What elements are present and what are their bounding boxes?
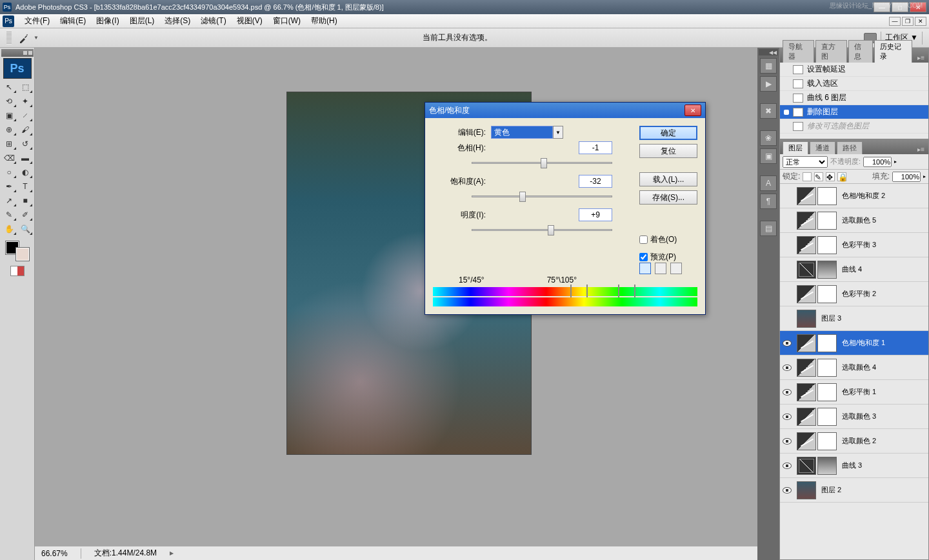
zoom-tool[interactable]: 🔍 [17,222,34,236]
history-item[interactable]: 修改可选颜色图层 [780,119,928,134]
pen-tool[interactable]: ✒ [1,179,17,194]
history-item[interactable]: 载入选区 [780,77,928,91]
tab-直方图[interactable]: 直方图 [815,40,847,63]
brush-tool[interactable]: 🖌 [17,123,34,137]
layer-row[interactable]: 色彩平衡 3 [780,233,928,257]
layer-thumb[interactable] [797,187,816,205]
layer-thumb[interactable] [797,359,816,377]
layer-thumb[interactable] [817,236,837,254]
layer-row[interactable]: 曲线 4 [780,257,928,282]
visibility-toggle[interactable] [780,389,794,395]
history-item[interactable]: 设置帧延迟 [780,63,928,77]
heal-tool[interactable]: ⊕ [1,123,17,137]
colorize-checkbox[interactable]: 着色(O) [639,234,697,245]
lock-transparency-icon[interactable] [803,172,812,181]
layer-thumb[interactable] [817,383,837,401]
tab-通道[interactable]: 通道 [810,141,835,154]
slice-tool[interactable]: ⟋ [17,108,34,123]
quick-mask-toggle[interactable] [10,266,25,276]
layer-thumb[interactable] [817,187,837,205]
eyedropper-set-icon[interactable] [639,263,651,274]
move-tool[interactable]: ↖ [1,80,17,94]
layer-thumb[interactable] [817,212,837,230]
ok-button[interactable]: 确定 [639,126,697,140]
layer-row[interactable]: 色彩平衡 1 [780,380,928,405]
character-icon[interactable]: A [760,175,777,191]
type-tool[interactable]: T [17,179,34,194]
crop-tool[interactable]: ▣ [1,108,17,123]
document-size[interactable]: 文档:1.44M/24.8M [94,548,157,559]
slider-thumb[interactable] [541,158,547,168]
slider-track[interactable] [472,157,612,170]
save-button[interactable]: 存储(S)... [639,190,697,205]
history-brush-tool[interactable]: ↺ [17,137,34,151]
layer-thumb[interactable] [797,334,816,352]
slider-value-input[interactable] [579,141,612,154]
reset-button[interactable]: 复位 [639,144,697,158]
visibility-toggle[interactable] [780,340,794,346]
tab-图层[interactable]: 图层 [783,141,808,154]
opacity-input[interactable] [863,157,892,167]
visibility-toggle[interactable] [780,463,794,469]
layer-thumb[interactable] [817,432,837,450]
hand-tool[interactable]: ✋ [1,222,17,236]
menu-图像(I)[interactable]: 图像(I) [91,14,124,28]
background-color[interactable] [16,248,29,261]
layer-row[interactable]: 图层 3 [780,306,928,331]
layer-row[interactable]: 色相/饱和度 1 [780,331,928,355]
layer-thumb[interactable] [817,408,837,426]
paragraph-icon[interactable]: ¶ [760,194,777,209]
layer-row[interactable]: 选取颜色 2 [780,429,928,454]
lock-image-icon[interactable]: ✎ [814,172,823,181]
menu-滤镜(T)[interactable]: 滤镜(T) [195,14,231,28]
edit-combo-button[interactable]: ▼ [553,126,563,139]
layer-thumb[interactable] [817,261,837,279]
color-swatches[interactable] [5,240,30,262]
history-item[interactable]: 删除图层 [780,105,928,119]
layer-row[interactable]: 选取颜色 4 [780,355,928,380]
tab-路径[interactable]: 路径 [837,141,863,154]
layer-thumb[interactable] [797,285,816,303]
layer-thumb[interactable] [817,285,837,303]
menu-视图(V)[interactable]: 视图(V) [232,14,268,28]
history-item[interactable]: 曲线 6 图层 [780,91,928,105]
slider-value-input[interactable] [579,175,612,188]
layer-thumb[interactable] [797,310,816,328]
shape-tool[interactable]: ■ [17,194,34,208]
layer-thumb[interactable] [797,408,816,426]
notes-tool[interactable]: ✎ [1,208,17,222]
visibility-toggle[interactable] [780,414,794,420]
layer-thumb[interactable] [797,457,816,475]
hue-strip-top[interactable] [433,287,697,296]
blur-tool[interactable]: ○ [1,165,17,179]
marquee-tool[interactable]: ⬚ [17,80,34,94]
panel-menu-button[interactable]: ▸≡ [914,145,928,154]
tab-历史记录[interactable]: 历史记录 [874,40,912,63]
doc-restore-button[interactable]: ❐ [902,17,914,26]
layer-row[interactable]: 曲线 3 [780,454,928,478]
dialog-close-button[interactable]: ✕ [684,105,701,116]
slider-track[interactable] [472,190,612,203]
doc-close-button[interactable]: ✕ [915,17,926,26]
layer-row[interactable]: 图层 2 [780,478,928,503]
menu-选择(S)[interactable]: 选择(S) [159,14,195,28]
layer-thumb[interactable] [797,212,816,230]
layer-row[interactable]: 选取颜色 5 [780,208,928,233]
eyedropper-add-icon[interactable] [655,263,666,274]
layer-row[interactable]: 选取颜色 3 [780,405,928,429]
lock-position-icon[interactable]: ✥ [826,172,835,181]
gradient-tool[interactable]: ▬ [17,151,34,165]
layer-thumb[interactable] [797,481,816,499]
options-grip[interactable] [6,32,12,45]
slider-thumb[interactable] [548,225,554,235]
slider-track[interactable] [472,224,612,237]
tab-信息[interactable]: 信息 [848,40,874,63]
preview-checkbox[interactable]: 预览(P) [639,252,697,263]
zoom-level[interactable]: 66.67% [41,549,68,558]
fill-input[interactable] [892,172,921,182]
doc-minimize-button[interactable]: — [889,17,901,26]
lasso-tool[interactable]: ⟲ [1,94,17,108]
tool-preset-dropdown[interactable]: ▼ [34,35,39,41]
load-button[interactable]: 载入(L)... [639,172,697,186]
lock-all-icon[interactable]: 🔒 [837,172,846,181]
